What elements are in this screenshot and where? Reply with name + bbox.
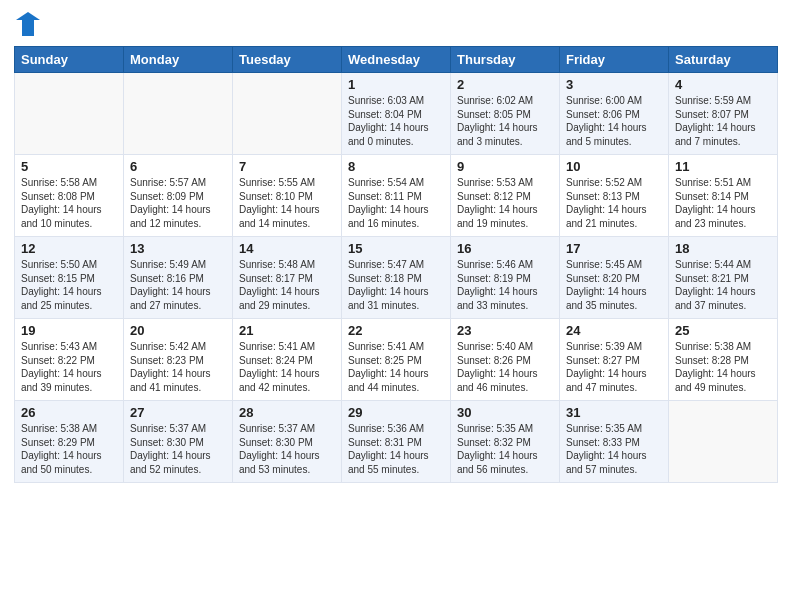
- day-number: 17: [566, 241, 662, 256]
- calendar-cell: [233, 73, 342, 155]
- day-content: Sunrise: 5:43 AM Sunset: 8:22 PM Dayligh…: [21, 340, 117, 394]
- day-header-friday: Friday: [560, 47, 669, 73]
- header: [14, 10, 778, 38]
- day-content: Sunrise: 5:54 AM Sunset: 8:11 PM Dayligh…: [348, 176, 444, 230]
- calendar-cell: 26Sunrise: 5:38 AM Sunset: 8:29 PM Dayli…: [15, 401, 124, 483]
- day-number: 29: [348, 405, 444, 420]
- calendar-cell: 25Sunrise: 5:38 AM Sunset: 8:28 PM Dayli…: [669, 319, 778, 401]
- day-header-sunday: Sunday: [15, 47, 124, 73]
- day-content: Sunrise: 5:35 AM Sunset: 8:33 PM Dayligh…: [566, 422, 662, 476]
- calendar-cell: 11Sunrise: 5:51 AM Sunset: 8:14 PM Dayli…: [669, 155, 778, 237]
- week-row: 1Sunrise: 6:03 AM Sunset: 8:04 PM Daylig…: [15, 73, 778, 155]
- day-content: Sunrise: 5:37 AM Sunset: 8:30 PM Dayligh…: [130, 422, 226, 476]
- day-number: 20: [130, 323, 226, 338]
- day-number: 5: [21, 159, 117, 174]
- calendar-cell: 18Sunrise: 5:44 AM Sunset: 8:21 PM Dayli…: [669, 237, 778, 319]
- day-number: 31: [566, 405, 662, 420]
- day-content: Sunrise: 5:59 AM Sunset: 8:07 PM Dayligh…: [675, 94, 771, 148]
- week-row: 5Sunrise: 5:58 AM Sunset: 8:08 PM Daylig…: [15, 155, 778, 237]
- day-number: 25: [675, 323, 771, 338]
- day-content: Sunrise: 6:02 AM Sunset: 8:05 PM Dayligh…: [457, 94, 553, 148]
- calendar-cell: 6Sunrise: 5:57 AM Sunset: 8:09 PM Daylig…: [124, 155, 233, 237]
- day-number: 2: [457, 77, 553, 92]
- day-content: Sunrise: 6:03 AM Sunset: 8:04 PM Dayligh…: [348, 94, 444, 148]
- calendar-cell: 13Sunrise: 5:49 AM Sunset: 8:16 PM Dayli…: [124, 237, 233, 319]
- day-content: Sunrise: 5:40 AM Sunset: 8:26 PM Dayligh…: [457, 340, 553, 394]
- day-content: Sunrise: 5:57 AM Sunset: 8:09 PM Dayligh…: [130, 176, 226, 230]
- day-content: Sunrise: 5:44 AM Sunset: 8:21 PM Dayligh…: [675, 258, 771, 312]
- calendar-cell: 27Sunrise: 5:37 AM Sunset: 8:30 PM Dayli…: [124, 401, 233, 483]
- calendar-cell: 3Sunrise: 6:00 AM Sunset: 8:06 PM Daylig…: [560, 73, 669, 155]
- day-number: 1: [348, 77, 444, 92]
- day-content: Sunrise: 5:52 AM Sunset: 8:13 PM Dayligh…: [566, 176, 662, 230]
- day-content: Sunrise: 5:55 AM Sunset: 8:10 PM Dayligh…: [239, 176, 335, 230]
- day-number: 9: [457, 159, 553, 174]
- day-header-monday: Monday: [124, 47, 233, 73]
- calendar-cell: 8Sunrise: 5:54 AM Sunset: 8:11 PM Daylig…: [342, 155, 451, 237]
- day-content: Sunrise: 5:42 AM Sunset: 8:23 PM Dayligh…: [130, 340, 226, 394]
- day-content: Sunrise: 5:38 AM Sunset: 8:29 PM Dayligh…: [21, 422, 117, 476]
- day-number: 16: [457, 241, 553, 256]
- day-number: 18: [675, 241, 771, 256]
- calendar-cell: [669, 401, 778, 483]
- calendar-cell: 14Sunrise: 5:48 AM Sunset: 8:17 PM Dayli…: [233, 237, 342, 319]
- day-content: Sunrise: 5:39 AM Sunset: 8:27 PM Dayligh…: [566, 340, 662, 394]
- day-number: 30: [457, 405, 553, 420]
- calendar-cell: 15Sunrise: 5:47 AM Sunset: 8:18 PM Dayli…: [342, 237, 451, 319]
- day-content: Sunrise: 6:00 AM Sunset: 8:06 PM Dayligh…: [566, 94, 662, 148]
- day-number: 3: [566, 77, 662, 92]
- day-number: 26: [21, 405, 117, 420]
- calendar-cell: 22Sunrise: 5:41 AM Sunset: 8:25 PM Dayli…: [342, 319, 451, 401]
- day-number: 14: [239, 241, 335, 256]
- week-row: 19Sunrise: 5:43 AM Sunset: 8:22 PM Dayli…: [15, 319, 778, 401]
- day-content: Sunrise: 5:53 AM Sunset: 8:12 PM Dayligh…: [457, 176, 553, 230]
- day-number: 6: [130, 159, 226, 174]
- calendar-cell: 5Sunrise: 5:58 AM Sunset: 8:08 PM Daylig…: [15, 155, 124, 237]
- calendar-cell: 28Sunrise: 5:37 AM Sunset: 8:30 PM Dayli…: [233, 401, 342, 483]
- calendar-cell: 2Sunrise: 6:02 AM Sunset: 8:05 PM Daylig…: [451, 73, 560, 155]
- day-number: 23: [457, 323, 553, 338]
- calendar-cell: 23Sunrise: 5:40 AM Sunset: 8:26 PM Dayli…: [451, 319, 560, 401]
- day-content: Sunrise: 5:41 AM Sunset: 8:24 PM Dayligh…: [239, 340, 335, 394]
- day-number: 27: [130, 405, 226, 420]
- day-content: Sunrise: 5:47 AM Sunset: 8:18 PM Dayligh…: [348, 258, 444, 312]
- day-content: Sunrise: 5:36 AM Sunset: 8:31 PM Dayligh…: [348, 422, 444, 476]
- week-row: 26Sunrise: 5:38 AM Sunset: 8:29 PM Dayli…: [15, 401, 778, 483]
- logo-icon: [14, 10, 42, 38]
- day-header-wednesday: Wednesday: [342, 47, 451, 73]
- svg-marker-0: [16, 12, 40, 36]
- day-header-thursday: Thursday: [451, 47, 560, 73]
- day-number: 13: [130, 241, 226, 256]
- calendar-cell: 19Sunrise: 5:43 AM Sunset: 8:22 PM Dayli…: [15, 319, 124, 401]
- day-header-saturday: Saturday: [669, 47, 778, 73]
- calendar-cell: 1Sunrise: 6:03 AM Sunset: 8:04 PM Daylig…: [342, 73, 451, 155]
- calendar-cell: 21Sunrise: 5:41 AM Sunset: 8:24 PM Dayli…: [233, 319, 342, 401]
- day-number: 21: [239, 323, 335, 338]
- day-number: 12: [21, 241, 117, 256]
- week-row: 12Sunrise: 5:50 AM Sunset: 8:15 PM Dayli…: [15, 237, 778, 319]
- day-content: Sunrise: 5:50 AM Sunset: 8:15 PM Dayligh…: [21, 258, 117, 312]
- day-content: Sunrise: 5:49 AM Sunset: 8:16 PM Dayligh…: [130, 258, 226, 312]
- calendar-cell: [15, 73, 124, 155]
- calendar-cell: 29Sunrise: 5:36 AM Sunset: 8:31 PM Dayli…: [342, 401, 451, 483]
- day-header-tuesday: Tuesday: [233, 47, 342, 73]
- day-number: 19: [21, 323, 117, 338]
- day-number: 24: [566, 323, 662, 338]
- day-number: 4: [675, 77, 771, 92]
- day-content: Sunrise: 5:48 AM Sunset: 8:17 PM Dayligh…: [239, 258, 335, 312]
- day-content: Sunrise: 5:58 AM Sunset: 8:08 PM Dayligh…: [21, 176, 117, 230]
- calendar-cell: 10Sunrise: 5:52 AM Sunset: 8:13 PM Dayli…: [560, 155, 669, 237]
- day-content: Sunrise: 5:38 AM Sunset: 8:28 PM Dayligh…: [675, 340, 771, 394]
- calendar-cell: 20Sunrise: 5:42 AM Sunset: 8:23 PM Dayli…: [124, 319, 233, 401]
- day-content: Sunrise: 5:46 AM Sunset: 8:19 PM Dayligh…: [457, 258, 553, 312]
- day-content: Sunrise: 5:41 AM Sunset: 8:25 PM Dayligh…: [348, 340, 444, 394]
- day-number: 22: [348, 323, 444, 338]
- calendar-cell: 17Sunrise: 5:45 AM Sunset: 8:20 PM Dayli…: [560, 237, 669, 319]
- day-content: Sunrise: 5:45 AM Sunset: 8:20 PM Dayligh…: [566, 258, 662, 312]
- day-content: Sunrise: 5:51 AM Sunset: 8:14 PM Dayligh…: [675, 176, 771, 230]
- day-number: 8: [348, 159, 444, 174]
- logo: [14, 10, 46, 38]
- calendar-cell: 31Sunrise: 5:35 AM Sunset: 8:33 PM Dayli…: [560, 401, 669, 483]
- calendar-cell: 9Sunrise: 5:53 AM Sunset: 8:12 PM Daylig…: [451, 155, 560, 237]
- header-row: SundayMondayTuesdayWednesdayThursdayFrid…: [15, 47, 778, 73]
